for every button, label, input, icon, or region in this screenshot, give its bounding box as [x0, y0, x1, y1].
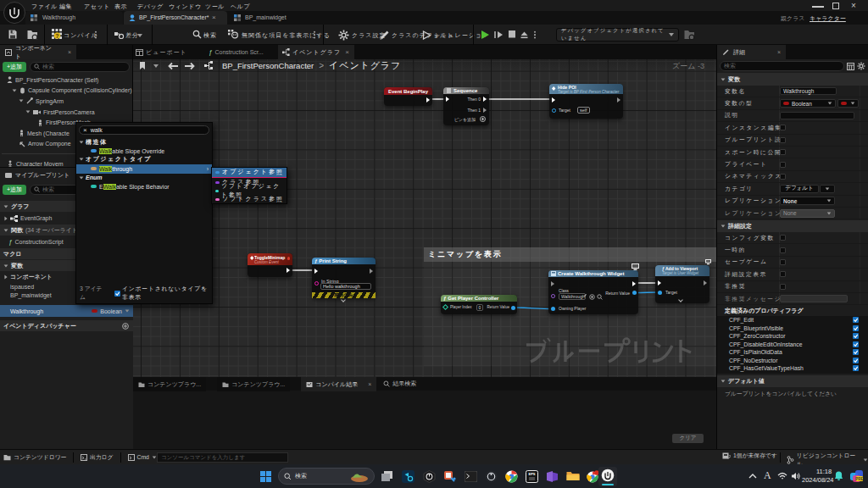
svg-text:PRE: PRE	[855, 477, 863, 481]
svg-text:EPS: EPS	[528, 472, 535, 476]
svg-text:?: ?	[55, 33, 58, 39]
